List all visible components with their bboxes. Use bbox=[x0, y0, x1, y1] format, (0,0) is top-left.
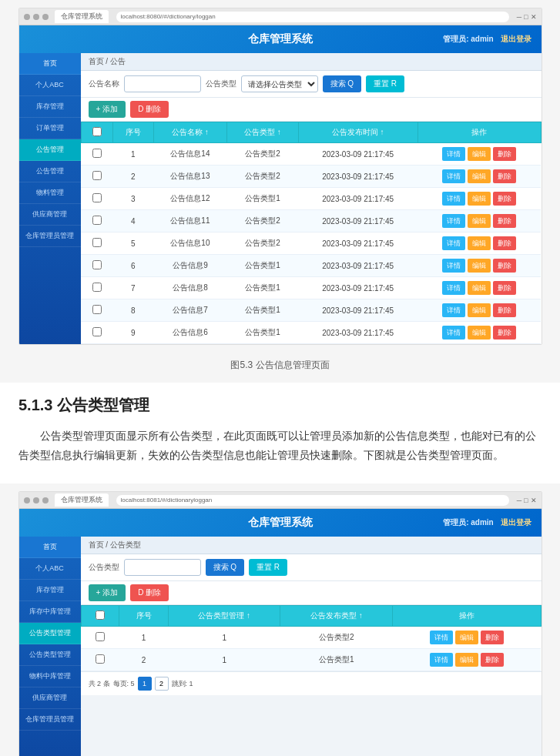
browser-url-1[interactable]: localhost:8080//#/dictionary/loggan bbox=[116, 12, 509, 22]
edit-btn[interactable]: 编辑 bbox=[468, 259, 491, 273]
del-btn[interactable]: 删除 bbox=[493, 281, 516, 295]
sidebar-item-goods-1[interactable]: 物料管理 bbox=[19, 182, 81, 204]
edit-btn[interactable]: 编辑 bbox=[455, 653, 478, 667]
col-action-2: 操作 bbox=[393, 606, 541, 627]
maximize-icon[interactable]: □ bbox=[524, 13, 528, 21]
delete-btn-2[interactable]: D 删除 bbox=[130, 584, 169, 601]
del-btn[interactable]: 删除 bbox=[493, 169, 516, 183]
edit-btn[interactable]: 编辑 bbox=[468, 236, 491, 250]
sidebar-item-type-1[interactable]: 公告管理 bbox=[19, 161, 81, 182]
browser-url-2[interactable]: localhost:8081/#/dictionaryloggan bbox=[116, 495, 509, 506]
sidebar-item-stock-2[interactable]: 库存中库管理 bbox=[19, 601, 81, 623]
detail-btn[interactable]: 详情 bbox=[442, 259, 465, 273]
col-id-1[interactable]: 序号 bbox=[112, 122, 153, 143]
logout-btn-2[interactable]: 退出登录 bbox=[501, 518, 531, 527]
del-btn[interactable]: 删除 bbox=[493, 326, 516, 340]
edit-btn[interactable]: 编辑 bbox=[468, 281, 491, 295]
del-btn[interactable]: 删除 bbox=[493, 236, 516, 250]
edit-btn[interactable]: 编辑 bbox=[468, 214, 491, 228]
search-input-2[interactable] bbox=[124, 559, 201, 576]
reset-btn-2[interactable]: 重置 R bbox=[249, 559, 287, 576]
detail-btn[interactable]: 详情 bbox=[442, 236, 465, 250]
edit-btn[interactable]: 编辑 bbox=[455, 631, 478, 644]
sidebar-item-supplier-1[interactable]: 供应商管理 bbox=[19, 204, 81, 226]
del-btn[interactable]: 删除 bbox=[493, 214, 516, 228]
logout-btn-1[interactable]: 退出登录 bbox=[501, 35, 531, 43]
edit-btn[interactable]: 编辑 bbox=[468, 326, 491, 340]
close-icon[interactable]: ✕ bbox=[531, 13, 537, 21]
detail-btn[interactable]: 详情 bbox=[442, 169, 465, 183]
col-id-2[interactable]: 序号 bbox=[119, 606, 169, 627]
row-checkbox[interactable] bbox=[81, 277, 112, 299]
col-time-1[interactable]: 公告发布时间 ↑ bbox=[298, 122, 417, 143]
detail-btn[interactable]: 详情 bbox=[442, 281, 465, 295]
sidebar-item-admin-1[interactable]: 仓库管理员管理 bbox=[19, 226, 81, 247]
row-checkbox[interactable] bbox=[81, 143, 112, 166]
table-row: 1 公告信息14 公告类型2 2023-03-09 21:17:45 详情 编辑… bbox=[81, 143, 541, 166]
row-checkbox[interactable] bbox=[81, 255, 112, 277]
del-btn[interactable]: 删除 bbox=[493, 147, 516, 161]
sidebar-item-order-1[interactable]: 订单管理 bbox=[19, 118, 81, 139]
del-btn[interactable]: 删除 bbox=[493, 192, 516, 206]
row-checkbox[interactable] bbox=[81, 210, 112, 232]
detail-btn[interactable]: 详情 bbox=[442, 303, 465, 317]
sidebar-item-notice-1[interactable]: 公告管理 bbox=[19, 139, 81, 161]
del-btn[interactable]: 删除 bbox=[493, 259, 516, 273]
col-type-mgmt-2[interactable]: 公告类型管理 ↑ bbox=[168, 606, 280, 627]
row-checkbox[interactable] bbox=[81, 649, 119, 671]
detail-btn[interactable]: 详情 bbox=[442, 192, 465, 206]
detail-btn[interactable]: 详情 bbox=[442, 214, 465, 228]
del-btn[interactable]: 删除 bbox=[493, 303, 516, 317]
col-name-1[interactable]: 公告名称 ↑ bbox=[153, 122, 227, 143]
close-icon-2[interactable]: ✕ bbox=[531, 497, 537, 504]
row-checkbox[interactable] bbox=[81, 627, 119, 649]
select-all-checkbox-1[interactable] bbox=[92, 127, 102, 136]
add-btn-2[interactable]: + 添加 bbox=[89, 584, 126, 601]
add-btn-1[interactable]: + 添加 bbox=[89, 101, 126, 118]
sidebar-item-home-2[interactable]: 首页 bbox=[19, 537, 81, 558]
row-checkbox[interactable] bbox=[81, 299, 112, 322]
sidebar-item-user-2[interactable]: 个人ABC bbox=[19, 558, 81, 580]
col-pub-type-2[interactable]: 公告发布类型 ↑ bbox=[280, 606, 393, 627]
maximize-icon-2[interactable]: □ bbox=[524, 497, 528, 504]
sidebar-item-inventory-2[interactable]: 库存管理 bbox=[19, 580, 81, 601]
type-select-1[interactable]: 请选择公告类型 bbox=[241, 75, 318, 92]
sidebar-item-notice-type-2[interactable]: 公告类型管理 bbox=[19, 623, 81, 644]
search-btn-1[interactable]: 搜索 Q bbox=[323, 75, 362, 92]
minimize-icon[interactable]: ─ bbox=[517, 13, 521, 21]
edit-btn[interactable]: 编辑 bbox=[468, 303, 491, 317]
detail-btn[interactable]: 详情 bbox=[430, 653, 453, 667]
detail-btn[interactable]: 详情 bbox=[442, 147, 465, 161]
delete-btn-1[interactable]: D 删除 bbox=[130, 101, 169, 118]
edit-btn[interactable]: 编辑 bbox=[468, 147, 491, 161]
sidebar-item-admin-2[interactable]: 仓库管理员管理 bbox=[19, 709, 81, 731]
del-btn[interactable]: 删除 bbox=[481, 653, 504, 667]
search-input-1[interactable] bbox=[124, 75, 201, 92]
search-btn-2[interactable]: 搜索 Q bbox=[206, 559, 245, 576]
row-checkbox[interactable] bbox=[81, 188, 112, 210]
col-type-1[interactable]: 公告类型 ↑ bbox=[227, 122, 298, 143]
page-btn-1-2[interactable]: 1 bbox=[138, 677, 152, 691]
browser-tab-1[interactable]: 仓库管理系统 bbox=[55, 10, 109, 23]
detail-btn[interactable]: 详情 bbox=[442, 326, 465, 340]
page-btn-2-2[interactable]: 2 bbox=[155, 677, 169, 691]
reset-btn-1[interactable]: 重置 R bbox=[366, 75, 404, 92]
sidebar-item-supplier-2[interactable]: 供应商管理 bbox=[19, 687, 81, 709]
browser-tab-2[interactable]: 仓库管理系统 bbox=[55, 493, 109, 507]
row-checkbox[interactable] bbox=[81, 166, 112, 188]
select-all-checkbox-2[interactable] bbox=[96, 610, 105, 620]
row-checkbox[interactable] bbox=[81, 232, 112, 255]
sidebar-item-inventory-1[interactable]: 库存管理 bbox=[19, 96, 81, 118]
minimize-icon-2[interactable]: ─ bbox=[517, 497, 521, 504]
row-actions: 详情 编辑 删除 bbox=[417, 255, 541, 277]
sidebar-item-user-1[interactable]: 个人ABC bbox=[19, 75, 81, 96]
sidebar-item-home-1[interactable]: 首页 bbox=[19, 53, 81, 75]
row-checkbox[interactable] bbox=[81, 322, 112, 344]
del-btn[interactable]: 删除 bbox=[481, 631, 504, 644]
col-checkbox-2 bbox=[81, 606, 119, 627]
detail-btn[interactable]: 详情 bbox=[430, 631, 453, 644]
edit-btn[interactable]: 编辑 bbox=[468, 169, 491, 183]
sidebar-item-notice2-2[interactable]: 公告类型管理 bbox=[19, 644, 81, 666]
edit-btn[interactable]: 编辑 bbox=[468, 192, 491, 206]
sidebar-item-goods-2[interactable]: 物料中库管理 bbox=[19, 666, 81, 687]
